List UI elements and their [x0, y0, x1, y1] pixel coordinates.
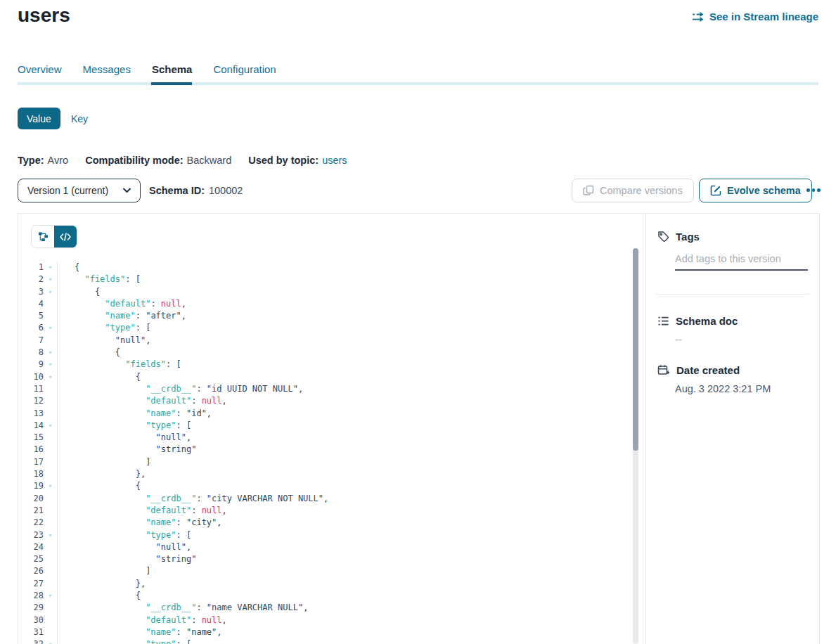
schema-doc-section-header: Schema doc	[657, 315, 808, 327]
fold-caret-icon[interactable]: ▾	[44, 322, 57, 334]
code-text: {	[58, 371, 645, 383]
fold-caret-icon[interactable]: ▾	[44, 359, 57, 371]
line-number: 24	[18, 541, 44, 553]
gutter: 14▾	[18, 420, 58, 432]
more-options-button[interactable]	[806, 188, 821, 192]
gutter: 9▾	[18, 359, 58, 371]
code-line: 9▾"fields": [	[18, 359, 645, 371]
version-select[interactable]: Version 1 (current)	[18, 179, 141, 202]
tab-underline-track	[18, 82, 818, 85]
code-line: 25"string"	[18, 553, 645, 565]
gutter: 22	[18, 517, 58, 529]
code-text: "null",	[58, 335, 645, 347]
code-text: "string"	[58, 553, 645, 565]
edit-icon	[710, 185, 721, 196]
tab-configuration[interactable]: Configuration	[213, 63, 276, 75]
tab-messages[interactable]: Messages	[83, 63, 131, 75]
key-toggle-button[interactable]: Key	[71, 108, 88, 129]
fold-caret-icon[interactable]: ▾	[44, 262, 57, 273]
code-text: "type": [	[58, 638, 645, 644]
fold-caret-icon[interactable]: ▾	[44, 529, 57, 541]
tab-overview[interactable]: Overview	[18, 63, 62, 75]
code-line: 1▾{	[18, 262, 645, 273]
line-number: 5	[18, 310, 44, 322]
fold-caret-icon[interactable]: ▾	[44, 286, 57, 298]
line-number: 1	[18, 262, 44, 273]
code-line: 24"null",	[18, 541, 645, 553]
gutter: 1▾	[18, 262, 58, 273]
gutter: 12	[18, 395, 58, 407]
code-view-icon	[60, 233, 71, 241]
code-line: 7"null",	[18, 335, 645, 347]
code-line: 32▾"type": [	[18, 638, 645, 644]
fold-caret-icon[interactable]: ▾	[44, 371, 57, 383]
code-line: 27},	[18, 578, 645, 590]
code-text: "default": null,	[58, 298, 645, 310]
code-line: 30"default": null,	[18, 614, 645, 626]
line-number: 21	[18, 505, 44, 517]
tags-title: Tags	[676, 231, 700, 243]
active-tab-indicator	[151, 82, 192, 85]
code-line: 2▾"fields": [	[18, 273, 645, 285]
scrollbar[interactable]	[633, 248, 638, 644]
code-line: 22"name": "city",	[18, 517, 645, 529]
line-number: 32	[18, 638, 44, 644]
gutter: 27	[18, 578, 58, 590]
code-line: 14▾"type": [	[18, 420, 645, 432]
compare-versions-button[interactable]: Compare versions	[572, 179, 694, 202]
evolve-schema-button[interactable]: Evolve schema	[699, 179, 812, 202]
code-text: "default": null,	[58, 395, 645, 407]
compare-versions-label: Compare versions	[600, 185, 683, 196]
gutter: 32▾	[18, 638, 58, 644]
fold-caret-icon[interactable]: ▾	[44, 273, 57, 285]
code-line: 21"default": null,	[18, 505, 645, 517]
gutter: 6▾	[18, 322, 58, 334]
schema-doc-value: --	[675, 334, 808, 345]
gutter: 23▾	[18, 529, 58, 541]
schema-panel: 1▾{2▾"fields": [3▾{4"default": null,5"na…	[18, 213, 820, 644]
code-text: "name": "id",	[58, 408, 645, 420]
see-in-stream-lineage-link[interactable]: See in Stream lineage	[692, 11, 818, 22]
code-line: 8▾{	[18, 347, 645, 359]
tag-icon	[657, 231, 669, 243]
compatibility-pair: Compatibility mode: Backward	[85, 155, 231, 166]
compatibility-label: Compatibility mode:	[85, 155, 183, 166]
code-line: 19▾{	[18, 480, 645, 492]
line-number: 8	[18, 347, 44, 359]
gutter: 28▾	[18, 590, 58, 602]
code-view-button[interactable]	[54, 226, 77, 247]
code-line: 16"string"	[18, 444, 645, 456]
code-line: 6▾"type": [	[18, 322, 645, 334]
code-text: {	[58, 347, 645, 359]
code-text: "name": "after",	[58, 310, 645, 322]
fold-caret-icon[interactable]: ▾	[44, 480, 57, 492]
code-text: {	[58, 262, 645, 273]
code-text: "null",	[58, 432, 645, 444]
value-toggle-button[interactable]: Value	[18, 108, 60, 129]
code-line: 20"__crdb__": "city VARCHAR NOT NULL",	[18, 493, 645, 505]
fold-caret-icon[interactable]: ▾	[44, 590, 57, 602]
tags-input[interactable]	[675, 253, 808, 271]
code-text: "type": [	[58, 420, 645, 432]
date-created-title: Date created	[676, 364, 740, 376]
tree-view-button[interactable]	[32, 226, 54, 247]
schema-id-label: Schema ID:	[149, 185, 205, 196]
schema-editor: 1▾{2▾"fields": [3▾{4"default": null,5"na…	[18, 214, 645, 644]
evolve-schema-label: Evolve schema	[727, 185, 801, 196]
used-by-topic-link[interactable]: users	[322, 155, 347, 166]
gutter: 10▾	[18, 371, 58, 383]
line-number: 6	[18, 322, 44, 334]
sidebar-divider	[656, 294, 809, 295]
line-number: 27	[18, 578, 44, 590]
fold-caret-icon[interactable]: ▾	[44, 638, 57, 644]
tab-schema[interactable]: Schema	[152, 63, 193, 75]
fold-caret-icon[interactable]: ▾	[44, 420, 57, 432]
gutter: 13	[18, 408, 58, 420]
code-line: 12"default": null,	[18, 395, 645, 407]
scrollbar-thumb[interactable]	[633, 248, 638, 451]
code-line: 26]	[18, 565, 645, 577]
lineage-link-label: See in Stream lineage	[709, 11, 818, 22]
code-line: 13"name": "id",	[18, 408, 645, 420]
fold-caret-icon[interactable]: ▾	[44, 347, 57, 359]
line-number: 18	[18, 468, 44, 480]
